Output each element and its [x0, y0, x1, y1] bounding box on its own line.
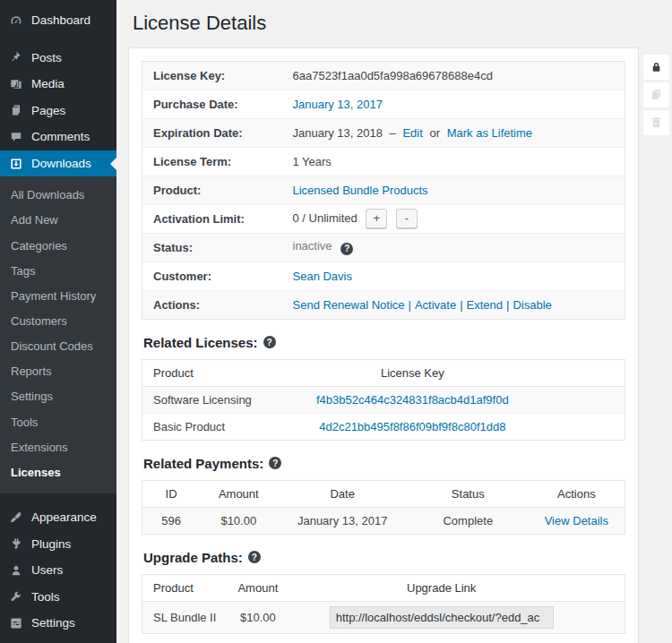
tools-icon: [9, 589, 23, 604]
sidebar-item-downloads[interactable]: Downloads: [0, 150, 116, 177]
sidebar-item-tools[interactable]: Tools: [0, 584, 116, 611]
submenu-item-licenses[interactable]: Licenses: [0, 460, 116, 485]
edit-expiration-link[interactable]: Edit: [402, 126, 422, 140]
actions-separator: |: [409, 298, 411, 312]
product-label: Product:: [142, 176, 292, 204]
delete-button[interactable]: [643, 110, 669, 135]
related-license-key-link[interactable]: 4d2c21bb495f8f86f09bf9f8c80f1dd8: [319, 420, 505, 433]
copy-icon: [650, 88, 663, 101]
column-header-actions: Actions: [529, 480, 625, 507]
upgrade-amount: $10.00: [220, 601, 297, 633]
actions-row: Actions: Send Renewal Notice|Activate|Ex…: [142, 290, 625, 319]
related-payments-help-icon[interactable]: ?: [269, 457, 281, 469]
product-row: Product: Licensed Bundle Products: [142, 176, 625, 204]
table-row: SL Bundle II $10.00: [142, 601, 625, 633]
appearance-icon: [9, 510, 23, 525]
related-licenses-table: Product License Key Software Licensing f…: [142, 359, 625, 441]
related-payments-table: ID Amount Date Status Actions 596 $10.00…: [142, 480, 625, 535]
related-licenses-heading: Related Licenses: ?: [143, 335, 625, 350]
users-icon: [9, 563, 23, 578]
submenu-item-discount-codes[interactable]: Discount Codes: [0, 334, 116, 359]
submenu-item-add-new[interactable]: Add New: [0, 208, 116, 233]
submenu-item-tags[interactable]: Tags: [0, 259, 116, 284]
sidebar-item-label: Comments: [31, 129, 90, 145]
column-header-license-key: License Key: [272, 359, 553, 386]
submenu-item-tools[interactable]: Tools: [0, 410, 116, 435]
status-row: Status: inactive ?: [142, 233, 625, 261]
sidebar-item-label: Users: [31, 562, 63, 579]
sidebar-item-settings[interactable]: Settings: [0, 610, 116, 637]
main-content: License Details License Key: 6aa7523f1aa…: [116, 0, 672, 643]
sidebar-item-label: Posts: [31, 50, 62, 66]
actions-separator: |: [506, 298, 509, 312]
sidebar-item-pages[interactable]: Pages: [0, 98, 116, 124]
submenu-item-settings[interactable]: Settings: [0, 384, 116, 409]
upgrade-paths-help-icon[interactable]: ?: [248, 551, 261, 563]
expiration-date-row: Expiration Date: January 13, 2018 – Edit…: [142, 118, 625, 147]
purchase-date-row: Purchase Date: January 13, 2017: [142, 90, 625, 118]
license-details-card: License Key: 6aa7523f1aa0d5fa998a6967868…: [128, 47, 639, 643]
license-key-row: License Key: 6aa7523f1aa0d5fa998a6967868…: [142, 61, 625, 90]
increase-limit-button[interactable]: +: [366, 209, 387, 228]
extend-link[interactable]: Extend: [467, 298, 503, 312]
column-header-product: Product: [142, 359, 273, 386]
license-side-actions: [643, 55, 669, 135]
sidebar-item-label: Downloads: [31, 156, 91, 172]
table-row: Software Licensing f4b3b52c464c324831f8a…: [142, 386, 625, 413]
send-renewal-notice-link[interactable]: Send Renewal Notice: [293, 298, 405, 312]
plugins-icon: [9, 536, 23, 551]
admin-sidebar: Dashboard Posts Media Pages Comments Dow…: [0, 0, 116, 643]
related-license-product: Software Licensing: [142, 386, 273, 413]
pushpin-icon: [9, 50, 23, 64]
sidebar-item-posts[interactable]: Posts: [0, 45, 116, 72]
expiration-date-label: Expiration Date:: [142, 118, 292, 147]
sidebar-item-media[interactable]: Media: [0, 71, 116, 98]
activate-link[interactable]: Activate: [415, 298, 456, 312]
submenu-item-reports[interactable]: Reports: [0, 359, 116, 384]
status-help-icon[interactable]: ?: [340, 243, 353, 255]
pages-icon: [9, 103, 23, 117]
license-key-label: License Key:: [142, 61, 292, 90]
sidebar-item-users[interactable]: Users: [0, 557, 116, 584]
mark-as-lifetime-link[interactable]: Mark as Lifetime: [447, 126, 532, 140]
sidebar-spacer: [0, 34, 116, 45]
submenu-item-payment-history[interactable]: Payment History: [0, 284, 116, 309]
column-header-upgrade-link: Upgrade Link: [297, 574, 586, 601]
related-licenses-help-icon[interactable]: ?: [263, 336, 276, 348]
customer-link[interactable]: Sean Davis: [293, 270, 352, 283]
sidebar-item-comments[interactable]: Comments: [0, 124, 116, 150]
page-title: License Details: [133, 11, 672, 37]
settings-icon: [9, 616, 23, 630]
status-value: inactive: [293, 239, 332, 253]
lock-button[interactable]: [643, 55, 669, 80]
sidebar-item-dashboard[interactable]: Dashboard: [0, 7, 116, 34]
view-details-link[interactable]: View Details: [545, 514, 608, 527]
related-license-key-link[interactable]: f4b3b52c464c324831f8acb4d1af9f0d: [316, 393, 509, 407]
upgrade-paths-table: Product Amount Upgrade Link SL Bundle II…: [142, 574, 625, 634]
sidebar-item-appearance[interactable]: Appearance: [0, 504, 116, 531]
disable-link[interactable]: Disable: [513, 298, 551, 312]
sidebar-item-label: Settings: [31, 615, 75, 631]
actions-separator: |: [460, 298, 462, 312]
purchase-date-link[interactable]: January 13, 2017: [293, 98, 383, 111]
license-term-label: License Term:: [142, 147, 292, 176]
product-link[interactable]: Licensed Bundle Products: [293, 184, 428, 197]
upgrade-link-input[interactable]: [330, 606, 554, 629]
submenu-item-extensions[interactable]: Extensions: [0, 435, 116, 460]
dashboard-icon: [9, 13, 23, 28]
lock-icon: [650, 60, 663, 73]
payment-status: Complete: [408, 507, 529, 534]
sidebar-item-label: Appearance: [31, 510, 97, 526]
related-licenses-heading-text: Related Licenses:: [143, 335, 258, 350]
submenu-item-categories[interactable]: Categories: [0, 234, 116, 259]
copy-button[interactable]: [643, 82, 669, 107]
expiration-separator: –: [390, 126, 396, 140]
activation-limit-row: Activation Limit: 0 / Unlimited + -: [142, 204, 625, 233]
submenu-item-all-downloads[interactable]: All Downloads: [0, 183, 116, 208]
downloads-submenu: All Downloads Add New Categories Tags Pa…: [0, 176, 116, 493]
submenu-item-customers[interactable]: Customers: [0, 309, 116, 334]
upgrade-product: SL Bundle II: [142, 601, 220, 633]
decrease-limit-button[interactable]: -: [396, 209, 418, 228]
sidebar-spacer: [0, 493, 116, 504]
sidebar-item-plugins[interactable]: Plugins: [0, 531, 116, 558]
